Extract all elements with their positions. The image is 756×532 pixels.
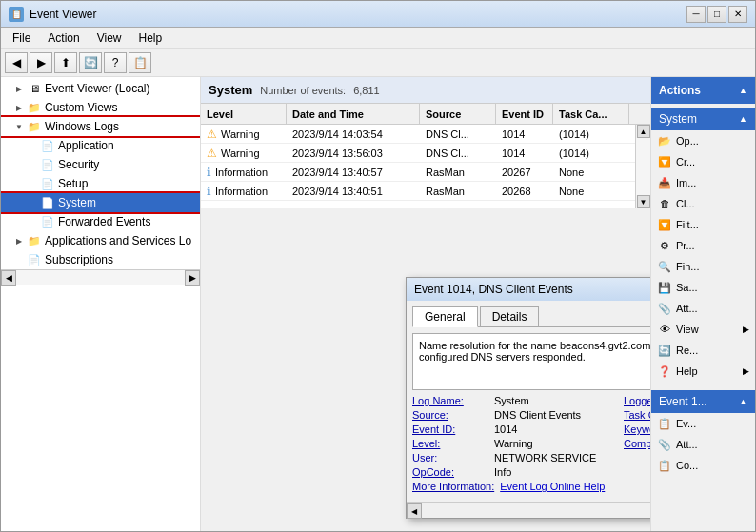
dialog-content: General Details Name resolution for the … xyxy=(407,301,650,502)
tree-h-scrollbar[interactable]: ◀ ▶ xyxy=(1,269,200,285)
maximize-button[interactable]: □ xyxy=(707,6,726,23)
properties-icon: ⚙ xyxy=(657,238,672,253)
col-source[interactable]: Source xyxy=(420,104,496,124)
field-opcode: OpCode: Info xyxy=(412,465,616,479)
view-arrow-icon: ▶ xyxy=(743,325,749,334)
table-row[interactable]: ⚠ Warning 2023/9/14 14:03:54 DNS Cl... 1… xyxy=(201,125,650,144)
event-id-value: 1014 xyxy=(494,424,517,435)
help-button[interactable]: ? xyxy=(104,52,127,73)
action-properties[interactable]: ⚙ Pr... xyxy=(651,235,755,256)
tree-root[interactable]: ▶ 🖥 Event Viewer (Local) xyxy=(1,79,200,98)
table-row[interactable]: ℹ Information 2023/9/14 13:40:57 RasMan … xyxy=(201,163,650,182)
field-event-id: Event ID: 1014 xyxy=(412,423,616,436)
action-co-label: Co... xyxy=(676,460,749,471)
action-attach[interactable]: 📎 Att... xyxy=(651,298,755,319)
keywords-label: Keywords: xyxy=(624,424,650,435)
forward-button[interactable]: ▶ xyxy=(30,52,52,73)
row1-source: DNS Cl... xyxy=(420,148,496,159)
minimize-button[interactable]: ─ xyxy=(686,6,706,23)
menu-file[interactable]: File xyxy=(5,30,38,47)
dialog-scroll-track[interactable] xyxy=(422,503,650,518)
log-count: 6,811 xyxy=(353,85,380,96)
action-create-filter[interactable]: 🔽 Cr... xyxy=(651,151,755,172)
close-button[interactable]: ✕ xyxy=(728,6,747,23)
security-log-icon: 📄 xyxy=(40,157,55,172)
custom-views-icon: 📁 xyxy=(27,100,42,115)
sidebar-item-security[interactable]: 📄 Security xyxy=(1,155,200,174)
sidebar-item-custom-views[interactable]: ▶ 📁 Custom Views xyxy=(1,98,200,117)
actions-panel: Actions ▲ System ▲ 📂 Op... 🔽 Cr... 📥 Im.… xyxy=(650,77,755,531)
action-co[interactable]: 📋 Co... xyxy=(651,455,755,476)
tree-scroll-track[interactable] xyxy=(16,270,185,285)
up-button[interactable]: ⬆ xyxy=(54,52,77,73)
action-clear[interactable]: 🗑 Cl... xyxy=(651,193,755,214)
dialog-h-scrollbar[interactable]: ◀ ▶ xyxy=(407,502,650,518)
action-open[interactable]: 📂 Op... xyxy=(651,130,755,151)
row0-eventid: 1014 xyxy=(496,128,553,140)
col-level[interactable]: Level xyxy=(201,104,287,124)
menu-action[interactable]: Action xyxy=(40,30,87,47)
scroll-down-btn[interactable]: ▼ xyxy=(637,195,650,208)
more-info-label: More Information: xyxy=(412,481,494,492)
source-value: DNS Client Events xyxy=(494,409,581,421)
tab-general[interactable]: General xyxy=(412,306,478,327)
table-row[interactable]: ⚠ Warning 2023/9/14 13:56:03 DNS Cl... 1… xyxy=(201,144,650,163)
windows-logs-icon: 📁 xyxy=(27,119,42,134)
action-import[interactable]: 📥 Im... xyxy=(651,172,755,193)
row2-taskcat: None xyxy=(553,167,629,178)
scroll-up-btn[interactable]: ▲ xyxy=(637,125,650,138)
sidebar-item-setup[interactable]: 📄 Setup xyxy=(1,174,200,193)
log-count-label: Number of events: xyxy=(260,85,346,96)
info-icon-2: ℹ xyxy=(207,166,211,179)
tree-scroll-right[interactable]: ▶ xyxy=(185,270,200,286)
more-info-link[interactable]: Event Log Online Help xyxy=(500,481,605,492)
col-eventid[interactable]: Event ID xyxy=(496,104,553,124)
user-value: NETWORK SERVICE xyxy=(494,452,596,463)
sidebar-item-app-services[interactable]: ▶ 📁 Applications and Services Lo xyxy=(1,231,200,250)
open-icon: 📂 xyxy=(657,133,672,148)
col-taskcat[interactable]: Task Ca... xyxy=(553,104,629,124)
row1-level: ⚠ Warning xyxy=(201,147,287,160)
system-log-icon: 📄 xyxy=(40,195,55,210)
action-find[interactable]: 🔍 Fin... xyxy=(651,256,755,277)
menu-view[interactable]: View xyxy=(90,30,129,47)
menu-help[interactable]: Help xyxy=(131,30,170,47)
actions-event-chevron: ▲ xyxy=(739,397,747,406)
action-att2[interactable]: 📎 Att... xyxy=(651,434,755,455)
action-view[interactable]: 👁 View ▶ xyxy=(651,319,755,340)
tree-scroll-left[interactable]: ◀ xyxy=(1,270,16,286)
dialog-description-text: Name resolution for the name beacons4.gv… xyxy=(419,340,650,363)
row3-eventid: 20268 xyxy=(496,186,553,197)
new-log-button[interactable]: 📋 xyxy=(129,52,151,73)
action-help[interactable]: ❓ Help ▶ xyxy=(651,361,755,382)
dialog-scroll-left[interactable]: ◀ xyxy=(407,503,422,519)
action-ev[interactable]: 📋 Ev... xyxy=(651,413,755,434)
field-user: User: NETWORK SERVICE xyxy=(412,451,616,464)
tab-details[interactable]: Details xyxy=(480,306,540,326)
actions-system-chevron: ▲ xyxy=(739,114,747,124)
table-row[interactable]: ℹ Information 2023/9/14 13:40:51 RasMan … xyxy=(201,182,650,201)
app-services-icon: 📁 xyxy=(27,233,42,248)
app-log-icon: 📄 xyxy=(40,138,55,153)
sidebar-item-system[interactable]: 📄 System xyxy=(1,193,200,212)
sidebar-item-windows-logs[interactable]: ▼ 📁 Windows Logs xyxy=(1,117,200,136)
sidebar-item-forwarded-events[interactable]: 📄 Forwarded Events xyxy=(1,212,200,231)
back-button[interactable]: ◀ xyxy=(5,52,28,73)
tree-panel: ▶ 🖥 Event Viewer (Local) ▶ 📁 Custom View… xyxy=(1,77,201,531)
logged-label: Logged: xyxy=(624,395,650,406)
field-computer: Computer: DESKTOP-8M0 xyxy=(624,437,650,450)
sidebar-item-application[interactable]: 📄 Application xyxy=(1,136,200,155)
action-refresh[interactable]: 🔄 Re... xyxy=(651,340,755,361)
window-title: Event Viewer xyxy=(30,8,681,21)
col-datetime[interactable]: Date and Time xyxy=(287,104,420,124)
opcode-label: OpCode: xyxy=(412,466,488,478)
action-save[interactable]: 💾 Sa... xyxy=(651,277,755,298)
sidebar-item-subscriptions[interactable]: 📄 Subscriptions xyxy=(1,250,200,269)
refresh-button[interactable]: 🔄 xyxy=(79,52,102,73)
row2-eventid: 20267 xyxy=(496,167,553,178)
action-filter[interactable]: 🔽 Filt... xyxy=(651,214,755,235)
scroll-thumb-area[interactable] xyxy=(636,138,650,195)
table-v-scrollbar[interactable]: ▲ ▼ xyxy=(635,125,650,208)
application-label: Application xyxy=(58,139,114,152)
warning-icon-0: ⚠ xyxy=(207,128,217,141)
